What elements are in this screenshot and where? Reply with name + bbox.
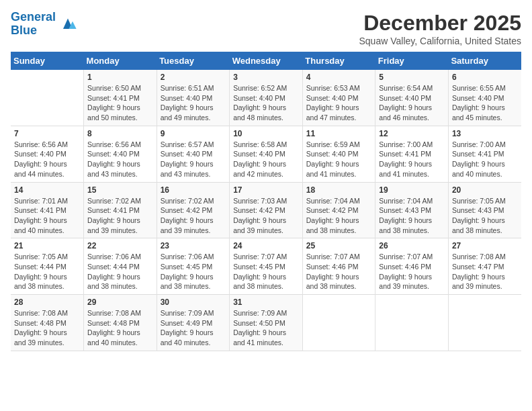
week-row-3: 21Sunrise: 7:05 AMSunset: 4:44 PMDayligh…	[11, 238, 521, 295]
week-row-1: 7Sunrise: 6:56 AMSunset: 4:40 PMDaylight…	[11, 126, 521, 182]
calendar-cell	[11, 70, 84, 126]
calendar-cell: 2Sunrise: 6:51 AMSunset: 4:40 PMDaylight…	[157, 70, 230, 126]
calendar-cell: 27Sunrise: 7:08 AMSunset: 4:47 PMDayligh…	[448, 238, 521, 295]
calendar-cell: 23Sunrise: 7:06 AMSunset: 4:45 PMDayligh…	[157, 238, 230, 295]
calendar-cell: 28Sunrise: 7:08 AMSunset: 4:48 PMDayligh…	[11, 295, 84, 351]
calendar-table: SundayMondayTuesdayWednesdayThursdayFrid…	[11, 52, 521, 351]
calendar-cell: 9Sunrise: 6:57 AMSunset: 4:40 PMDaylight…	[157, 126, 230, 182]
subtitle: Squaw Valley, California, United States	[359, 36, 522, 46]
day-number: 8	[87, 129, 153, 138]
day-info: Sunrise: 6:59 AMSunset: 4:40 PMDaylight:…	[306, 140, 372, 179]
day-number: 16	[161, 185, 226, 195]
day-number: 31	[233, 298, 299, 307]
week-row-2: 14Sunrise: 7:01 AMSunset: 4:41 PMDayligh…	[11, 182, 521, 238]
calendar-cell: 13Sunrise: 7:00 AMSunset: 4:41 PMDayligh…	[448, 126, 521, 182]
day-number: 14	[14, 185, 80, 195]
header-sunday: Sunday	[11, 52, 84, 70]
calendar-cell: 16Sunrise: 7:02 AMSunset: 4:42 PMDayligh…	[157, 182, 230, 238]
calendar-cell: 21Sunrise: 7:05 AMSunset: 4:44 PMDayligh…	[11, 238, 84, 295]
day-info: Sunrise: 7:04 AMSunset: 4:43 PMDaylight:…	[379, 196, 445, 236]
day-info: Sunrise: 6:57 AMSunset: 4:40 PMDaylight:…	[161, 140, 226, 179]
calendar-body: 1Sunrise: 6:50 AMSunset: 4:41 PMDaylight…	[11, 70, 521, 351]
calendar-cell: 31Sunrise: 7:09 AMSunset: 4:50 PMDayligh…	[230, 295, 303, 351]
calendar-cell: 24Sunrise: 7:07 AMSunset: 4:45 PMDayligh…	[230, 238, 303, 295]
day-number: 17	[233, 185, 299, 195]
title-block: December 2025 Squaw Valley, California, …	[359, 11, 522, 46]
calendar-cell: 22Sunrise: 7:06 AMSunset: 4:44 PMDayligh…	[84, 238, 157, 295]
page-header: General Blue December 2025 Squaw Valley,…	[11, 11, 521, 46]
calendar-cell: 8Sunrise: 6:56 AMSunset: 4:40 PMDaylight…	[84, 126, 157, 182]
calendar-cell: 6Sunrise: 6:55 AMSunset: 4:40 PMDaylight…	[448, 70, 521, 126]
calendar-cell: 26Sunrise: 7:07 AMSunset: 4:46 PMDayligh…	[375, 238, 449, 295]
day-info: Sunrise: 7:07 AMSunset: 4:46 PMDaylight:…	[306, 252, 372, 291]
day-info: Sunrise: 7:00 AMSunset: 4:41 PMDaylight:…	[379, 140, 445, 179]
day-info: Sunrise: 7:05 AMSunset: 4:43 PMDaylight:…	[452, 196, 518, 236]
day-number: 26	[379, 241, 445, 250]
day-number: 6	[452, 73, 518, 82]
day-info: Sunrise: 7:07 AMSunset: 4:45 PMDaylight:…	[233, 252, 299, 291]
logo-text: General Blue	[11, 11, 56, 38]
logo: General Blue	[11, 11, 77, 38]
day-info: Sunrise: 7:02 AMSunset: 4:41 PMDaylight:…	[87, 196, 153, 236]
calendar-cell: 14Sunrise: 7:01 AMSunset: 4:41 PMDayligh…	[11, 182, 84, 238]
calendar-cell	[375, 295, 449, 351]
day-number: 23	[161, 241, 226, 250]
day-number: 10	[233, 129, 299, 138]
day-info: Sunrise: 7:09 AMSunset: 4:50 PMDaylight:…	[233, 308, 299, 348]
day-number: 21	[14, 241, 80, 250]
day-info: Sunrise: 6:54 AMSunset: 4:40 PMDaylight:…	[379, 83, 445, 123]
day-info: Sunrise: 6:56 AMSunset: 4:40 PMDaylight:…	[87, 140, 153, 179]
day-info: Sunrise: 7:01 AMSunset: 4:41 PMDaylight:…	[14, 196, 80, 236]
day-info: Sunrise: 7:06 AMSunset: 4:44 PMDaylight:…	[87, 252, 153, 291]
calendar-cell: 20Sunrise: 7:05 AMSunset: 4:43 PMDayligh…	[448, 182, 521, 238]
main-title: December 2025	[359, 11, 522, 36]
logo-icon	[58, 15, 77, 34]
day-number: 3	[233, 73, 299, 82]
calendar-cell	[448, 295, 521, 351]
day-info: Sunrise: 6:55 AMSunset: 4:40 PMDaylight:…	[452, 83, 518, 123]
day-info: Sunrise: 7:04 AMSunset: 4:42 PMDaylight:…	[306, 196, 372, 236]
day-number: 1	[87, 73, 153, 82]
header-thursday: Thursday	[302, 52, 375, 70]
day-info: Sunrise: 7:08 AMSunset: 4:48 PMDaylight:…	[14, 308, 80, 348]
header-monday: Monday	[84, 52, 157, 70]
day-info: Sunrise: 6:52 AMSunset: 4:40 PMDaylight:…	[233, 83, 299, 123]
day-info: Sunrise: 7:00 AMSunset: 4:41 PMDaylight:…	[452, 140, 518, 179]
day-number: 7	[14, 129, 80, 138]
day-info: Sunrise: 7:09 AMSunset: 4:49 PMDaylight:…	[161, 308, 226, 348]
calendar-cell: 15Sunrise: 7:02 AMSunset: 4:41 PMDayligh…	[84, 182, 157, 238]
day-info: Sunrise: 6:53 AMSunset: 4:40 PMDaylight:…	[306, 83, 372, 123]
day-info: Sunrise: 6:50 AMSunset: 4:41 PMDaylight:…	[87, 83, 153, 123]
header-saturday: Saturday	[448, 52, 521, 70]
day-number: 29	[87, 298, 153, 307]
calendar-cell: 4Sunrise: 6:53 AMSunset: 4:40 PMDaylight…	[302, 70, 375, 126]
day-number: 19	[379, 185, 445, 195]
day-number: 5	[379, 73, 445, 82]
day-info: Sunrise: 7:06 AMSunset: 4:45 PMDaylight:…	[161, 252, 226, 291]
day-number: 15	[87, 185, 153, 195]
day-number: 27	[452, 241, 518, 250]
calendar-cell: 18Sunrise: 7:04 AMSunset: 4:42 PMDayligh…	[302, 182, 375, 238]
day-number: 24	[233, 241, 299, 250]
day-info: Sunrise: 7:08 AMSunset: 4:47 PMDaylight:…	[452, 252, 518, 291]
day-number: 9	[161, 129, 226, 138]
day-info: Sunrise: 6:56 AMSunset: 4:40 PMDaylight:…	[14, 140, 80, 179]
calendar-cell: 29Sunrise: 7:08 AMSunset: 4:48 PMDayligh…	[84, 295, 157, 351]
day-number: 2	[161, 73, 226, 82]
calendar-cell: 1Sunrise: 6:50 AMSunset: 4:41 PMDaylight…	[84, 70, 157, 126]
day-number: 28	[14, 298, 80, 307]
day-number: 11	[306, 129, 372, 138]
day-info: Sunrise: 6:58 AMSunset: 4:40 PMDaylight:…	[233, 140, 299, 179]
week-row-0: 1Sunrise: 6:50 AMSunset: 4:41 PMDaylight…	[11, 70, 521, 126]
calendar-cell: 11Sunrise: 6:59 AMSunset: 4:40 PMDayligh…	[302, 126, 375, 182]
header-wednesday: Wednesday	[230, 52, 303, 70]
day-info: Sunrise: 7:02 AMSunset: 4:42 PMDaylight:…	[161, 196, 226, 236]
day-info: Sunrise: 7:03 AMSunset: 4:42 PMDaylight:…	[233, 196, 299, 236]
day-info: Sunrise: 7:07 AMSunset: 4:46 PMDaylight:…	[379, 252, 445, 291]
day-info: Sunrise: 7:05 AMSunset: 4:44 PMDaylight:…	[14, 252, 80, 291]
calendar-cell: 30Sunrise: 7:09 AMSunset: 4:49 PMDayligh…	[157, 295, 230, 351]
day-number: 18	[306, 185, 372, 195]
calendar-cell: 19Sunrise: 7:04 AMSunset: 4:43 PMDayligh…	[375, 182, 449, 238]
calendar-cell: 5Sunrise: 6:54 AMSunset: 4:40 PMDaylight…	[375, 70, 449, 126]
day-number: 20	[452, 185, 518, 195]
